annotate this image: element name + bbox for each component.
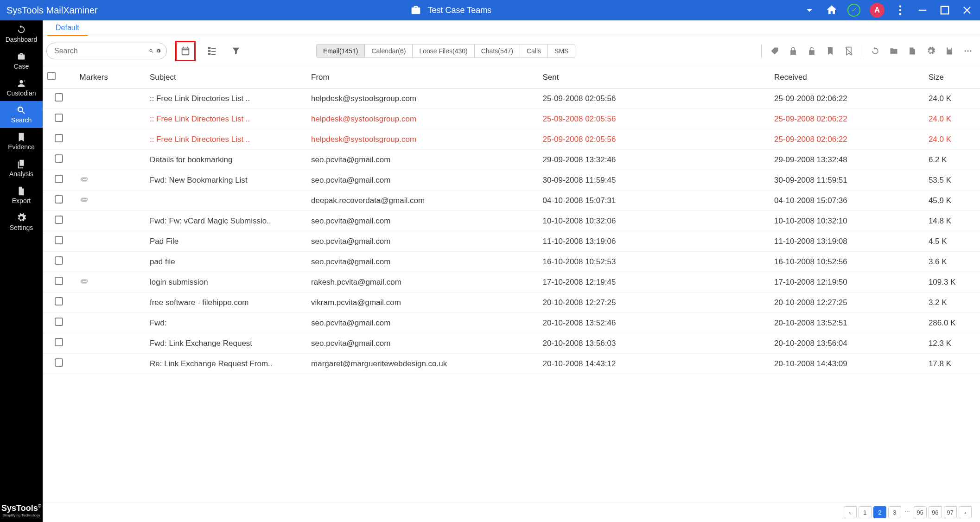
row-checkbox[interactable]: [55, 93, 63, 102]
chip-loose-files[interactable]: Loose Files(430): [413, 45, 474, 57]
gear-icon[interactable]: [925, 45, 936, 57]
row-checkbox[interactable]: [55, 358, 63, 367]
brand-tagline: Simplifying Technology: [2, 513, 40, 517]
titlebar: SysTools MailXaminer Test Case Teams A: [0, 0, 980, 20]
table-row[interactable]: :: Free Link Directories List .. helpdes…: [43, 89, 980, 109]
chip-email[interactable]: Email(1451): [317, 45, 365, 57]
chip-calls[interactable]: Calls: [520, 45, 548, 57]
row-checkbox[interactable]: [55, 154, 63, 163]
copy-icon: [16, 159, 26, 169]
search-icon[interactable]: [149, 46, 154, 56]
pager-page-96[interactable]: 96: [929, 506, 942, 518]
cell-received: 10-10-2008 10:32:10: [770, 211, 924, 231]
header-subject[interactable]: Subject: [145, 66, 306, 89]
header-from[interactable]: From: [306, 66, 538, 89]
close-icon[interactable]: [961, 4, 974, 17]
tag-icon[interactable]: [769, 45, 780, 57]
row-checkbox[interactable]: [55, 338, 63, 346]
table-row[interactable]: Fwd: New Bookmarking List seo.pcvita@gma…: [43, 170, 980, 191]
pager-page-97[interactable]: 97: [944, 506, 957, 518]
header-size[interactable]: Size: [924, 66, 980, 89]
pager-page-1[interactable]: 1: [859, 506, 872, 518]
table-row[interactable]: Details for bookmarking seo.pcvita@gmail…: [43, 150, 980, 170]
pager-prev[interactable]: ‹: [844, 506, 857, 518]
pager-page-95[interactable]: 95: [914, 506, 927, 518]
header-received[interactable]: Received: [770, 66, 924, 89]
tree-icon[interactable]: [204, 43, 220, 59]
sidebar-item-settings[interactable]: Settings: [0, 209, 43, 236]
cell-size: 6.2 K: [924, 150, 980, 170]
table-row[interactable]: Fwd: Link Exchange Request seo.pcvita@gm…: [43, 333, 980, 354]
row-checkbox[interactable]: [55, 114, 63, 122]
chip-calendar[interactable]: Calendar(6): [365, 45, 413, 57]
titlebar-center: Test Case Teams: [409, 4, 492, 17]
calendar-icon[interactable]: [178, 43, 193, 59]
home-icon[interactable]: [825, 4, 838, 17]
table-row[interactable]: Re: Link Exchange Request From.. margare…: [43, 354, 980, 374]
sidebar-item-export[interactable]: Export: [0, 182, 43, 209]
filter-icon[interactable]: [228, 43, 244, 59]
row-checkbox[interactable]: [55, 318, 63, 326]
sidebar-item-evidence[interactable]: Evidence: [0, 128, 43, 155]
cell-size: 3.6 K: [924, 252, 980, 272]
avatar[interactable]: A: [870, 3, 885, 18]
sidebar-item-custodian[interactable]: ?Custodian: [0, 74, 43, 101]
row-checkbox[interactable]: [55, 297, 63, 306]
sidebar-item-label: Custodian: [6, 89, 36, 97]
table-row[interactable]: Pad File seo.pcvita@gmail.com 11-10-2008…: [43, 231, 980, 252]
maximize-icon[interactable]: [938, 4, 951, 17]
chip-chats[interactable]: Chats(547): [475, 45, 520, 57]
table-row[interactable]: pad file seo.pcvita@gmail.com 16-10-2008…: [43, 252, 980, 272]
cell-sent: 10-10-2008 10:32:06: [538, 211, 769, 231]
bookmark-icon[interactable]: [825, 45, 836, 57]
export-icon[interactable]: [907, 45, 918, 57]
minimize-icon[interactable]: [916, 4, 929, 17]
row-checkbox[interactable]: [55, 134, 63, 142]
sidebar-item-case[interactable]: Case: [0, 47, 43, 74]
lock-icon[interactable]: [788, 45, 799, 57]
cell-size: 286.0 K: [924, 313, 980, 333]
row-checkbox[interactable]: [55, 175, 63, 183]
row-checkbox[interactable]: [55, 277, 63, 285]
row-checkbox[interactable]: [55, 256, 63, 265]
folder-icon[interactable]: [888, 45, 899, 57]
sidebar-item-dashboard[interactable]: Dashboard: [0, 20, 43, 47]
search-box[interactable]: [46, 43, 167, 59]
bookmark-off-icon[interactable]: [843, 45, 854, 57]
table-row[interactable]: :: Free Link Directories List .. helpdes…: [43, 129, 980, 150]
briefcase-icon: [409, 4, 422, 17]
save-icon[interactable]: [944, 45, 955, 57]
table-row[interactable]: login submission rakesh.pcvita@gmail.com…: [43, 272, 980, 293]
kebab-icon[interactable]: [894, 4, 907, 17]
sidebar-item-search[interactable]: Search: [0, 101, 43, 128]
cell-received: 17-10-2008 12:19:50: [770, 272, 924, 293]
table-row[interactable]: deepak.recoverdata@gmail.com 04-10-2008 …: [43, 191, 980, 211]
pager-page-3[interactable]: 3: [888, 506, 901, 518]
svg-point-1: [899, 9, 902, 12]
svg-point-6: [965, 50, 966, 51]
svg-rect-3: [919, 10, 926, 11]
search-input[interactable]: [54, 47, 147, 55]
chevron-down-icon[interactable]: [803, 4, 816, 17]
header-checkbox[interactable]: [43, 66, 75, 89]
row-checkbox[interactable]: [55, 236, 63, 244]
refresh-icon[interactable]: [870, 45, 881, 57]
pager-page-2[interactable]: 2: [873, 506, 886, 518]
pager-next[interactable]: ›: [959, 506, 972, 518]
header-markers[interactable]: Markers: [75, 66, 145, 89]
table-row[interactable]: Fwd: Fw: vCard Magic Submissio.. seo.pcv…: [43, 211, 980, 231]
search-gear-icon[interactable]: [156, 46, 161, 56]
header-sent[interactable]: Sent: [538, 66, 769, 89]
tab-default[interactable]: Default: [47, 21, 88, 36]
sidebar-item-analysis[interactable]: Analysis: [0, 155, 43, 182]
cell-from: seo.pcvita@gmail.com: [306, 211, 538, 231]
table-row[interactable]: :: Free Link Directories List .. helpdes…: [43, 109, 980, 129]
more-icon[interactable]: [962, 45, 974, 57]
row-checkbox[interactable]: [55, 216, 63, 224]
unlock-icon[interactable]: [806, 45, 817, 57]
attachment-icon: [80, 176, 90, 185]
table-row[interactable]: Fwd: seo.pcvita@gmail.com 20-10-2008 13:…: [43, 313, 980, 333]
table-row[interactable]: free software - filehippo.com vikram.pcv…: [43, 293, 980, 313]
row-checkbox[interactable]: [55, 195, 63, 204]
chip-sms[interactable]: SMS: [548, 45, 575, 57]
